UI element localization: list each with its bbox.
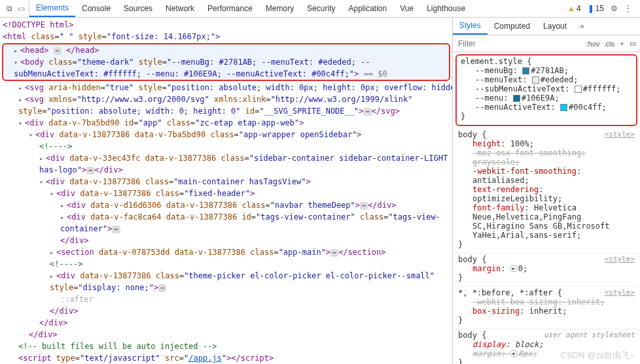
rule-element-style[interactable]: element.style { --menuBg: #2781AB; --men… [455,54,637,126]
rules-list[interactable]: element.style { --menuBg: #2781AB; --men… [453,52,640,364]
filter-row: :hov .cls ＋ ▭ [453,35,640,52]
panel-tabs: Elements Console Sources Network Perform… [29,0,562,17]
inspect-icon[interactable]: ⧉ [7,4,12,13]
close-maincont1[interactable]: </div> [0,305,452,317]
tab-vue[interactable]: Vue [393,0,420,17]
html-open[interactable]: <html class=" " style="font-size: 14.166… [0,31,452,42]
svg2-node[interactable]: ▸<svg xmlns="http://www.w3.org/2000/svg"… [0,93,452,117]
main-split: <!DOCTYPE html> <html class=" " style="f… [0,18,640,364]
svg1-node[interactable]: ▸<svg aria-hidden="true" style="position… [0,82,452,93]
tab-security[interactable]: Security [300,0,342,17]
rule-source-link[interactable]: <style> [605,288,635,297]
highlighted-selection: ▸<head> ⋯ </head> ▾<body class="theme-da… [2,43,450,81]
filter-input[interactable] [453,39,582,48]
pseudo-after[interactable]: ::after [0,293,452,305]
device-icon[interactable]: ▭ [18,4,25,13]
styles-tabs: Styles Computed Layout » [453,18,640,35]
comment-1[interactable]: <!----> [0,141,452,152]
head-node[interactable]: ▸<head> ⋯ </head> [3,44,449,56]
comment-2[interactable]: <!----> [0,258,452,270]
toolbar-left-group: ⧉ ▭ [3,0,29,17]
tab-application[interactable]: Application [342,0,394,17]
body-open[interactable]: ▾<body class="theme-dark" style="--menuB… [3,56,449,80]
warning-icon: ▲ [567,4,575,13]
styles-tab[interactable]: Styles [453,18,488,35]
rule-star[interactable]: <style> *, *:before, *:after { -webkit-b… [454,287,639,329]
close-wrapper[interactable]: </div> [0,329,452,340]
main-container[interactable]: ▾<div data-v-13877386 class="main-contai… [0,176,452,188]
app-main[interactable]: ▸<section data-v-078753dd data-v-1387738… [0,246,452,258]
sidebar-container[interactable]: ▸<div data-v-33ec43fc data-v-13877386 cl… [0,152,452,176]
tab-elements[interactable]: Elements [29,0,75,17]
app-div[interactable]: ▾<div data-v-7ba5bd90 id="app" class="zc… [0,117,452,129]
warnings-badge[interactable]: ▲4 [567,4,581,13]
app-wrapper[interactable]: ▾<div data-v-13877386 data-v-7ba5bd90 cl… [0,129,452,141]
tab-console[interactable]: Console [75,0,117,17]
elements-tree[interactable]: <!DOCTYPE html> <html class=" " style="f… [0,18,452,364]
script-node[interactable]: <script type="text/javascript" src="/app… [0,352,452,364]
built-comment[interactable]: <!-- built files will be auto injected -… [0,340,452,352]
styles-more-icon[interactable]: ▭ [630,39,636,48]
tab-memory[interactable]: Memory [259,0,300,17]
tab-performance[interactable]: Performance [201,0,259,17]
hov-toggle[interactable]: :hov [586,40,600,48]
gear-icon[interactable]: ⚙ [611,4,618,13]
styles-more[interactable]: » [573,18,591,35]
message-icon: ❚ [588,4,594,13]
filter-tools: :hov .cls ＋ ▭ [582,39,640,48]
rule-body-ua[interactable]: user agent stylesheet body { display: bl… [454,329,639,364]
messages-badge[interactable]: ❚15 [588,4,604,13]
close-fixed-header[interactable]: </div> [0,235,452,246]
rule-source-ua: user agent stylesheet [544,331,635,339]
new-rule-icon[interactable]: ＋ [618,39,626,48]
doctype-node[interactable]: <!DOCTYPE html> [0,19,452,31]
close-maincont2[interactable]: </div> [0,317,452,329]
tab-lighthouse[interactable]: Lighthouse [420,0,472,17]
more-icon[interactable]: ⋮ [624,4,632,13]
rule-body-2[interactable]: <style> body { margin: ▸0; } [454,254,639,287]
rule-source-link[interactable]: <style> [605,130,635,139]
computed-tab[interactable]: Computed [488,18,537,35]
navbar[interactable]: ▸<div data-v-d16d6306 data-v-13877386 cl… [0,199,452,211]
tab-sources[interactable]: Sources [117,0,159,17]
devtools-toolbar: ⧉ ▭ Elements Console Sources Network Per… [0,0,640,18]
layout-tab[interactable]: Layout [537,18,573,35]
theme-picker[interactable]: ▸<div data-v-13877386 class="theme-picke… [0,270,452,293]
rule-source-link[interactable]: <style> [605,255,635,263]
cls-toggle[interactable]: .cls [604,40,615,48]
rule-body-1[interactable]: <style> body { height: 100%; -moz-osx-fo… [454,129,639,254]
tags-view[interactable]: ▸<div data-v-fac8ca64 data-v-13877386 id… [0,211,452,235]
styles-panel: Styles Computed Layout » :hov .cls ＋ ▭ e… [452,18,640,364]
fixed-header[interactable]: ▾<div data-v-13877386 class="fixed-heade… [0,188,452,199]
toolbar-right-group: ▲4 ❚15 ⚙ ⋮ [562,4,637,13]
tab-network[interactable]: Network [159,0,201,17]
